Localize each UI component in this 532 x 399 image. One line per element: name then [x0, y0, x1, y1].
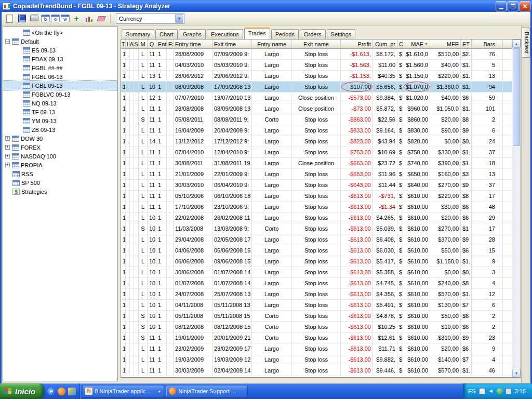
column-header-exit-time[interactable]: Exit time — [212, 39, 252, 48]
tab-executions[interactable]: Executions — [207, 29, 243, 39]
column-header-i[interactable]: I — [126, 39, 130, 48]
trade-row[interactable]: 1S11105/08/201108/08/2011 9:CortoStop lo… — [121, 114, 512, 125]
trade-row[interactable]: 1S10108/12/200808/12/2008 15CortoStop lo… — [121, 322, 512, 332]
currency-combobox[interactable]: Currency ▼ — [116, 13, 184, 24]
chevron-down-icon[interactable]: ▼ — [175, 14, 183, 23]
column-header-a[interactable]: A — [130, 39, 134, 48]
tab-trades[interactable]: Trades — [244, 28, 270, 39]
column-header-ex[interactable]: Ex — [167, 39, 174, 48]
trade-row[interactable]: 1L11130/03/200902/04/2009 14LargoStop lo… — [121, 365, 512, 376]
tree-item-fgbl-06-13[interactable]: FGBL 06-13 — [3, 72, 117, 81]
trade-row[interactable]: 1L10104/06/200805/06/2008 15LargoStop lo… — [121, 245, 512, 256]
tab-summary[interactable]: Summary — [122, 29, 154, 39]
vertical-scrollbar[interactable]: ▲ ▼ — [512, 39, 521, 377]
expand-icon[interactable]: + — [5, 163, 10, 167]
new-document-icon[interactable] — [4, 13, 15, 24]
collapse-icon[interactable]: − — [5, 39, 10, 44]
tree-item-zb-09-13[interactable]: ZB 09-13 — [3, 125, 117, 134]
trade-row[interactable]: 1L11117/10/200623/10/2006 9:LargoStop lo… — [121, 202, 512, 212]
erase-icon[interactable] — [96, 13, 107, 24]
column-header-et[interactable]: ET — [461, 39, 472, 48]
trade-row[interactable]: 1L11123/02/200923/02/2009 17LargoStop lo… — [121, 343, 512, 354]
trade-row[interactable]: 1L11107/04/201012/04/2010 9:LargoStop lo… — [121, 147, 512, 158]
trade-row[interactable]: 1L11121/01/200922/01/2009 9:LargoStop lo… — [121, 169, 512, 180]
period-o-button[interactable]: o — [51, 15, 60, 22]
trade-row[interactable]: 1L10104/11/200805/11/2008 13LargoStop lo… — [121, 300, 512, 311]
firefox-icon[interactable] — [58, 388, 65, 395]
save-icon[interactable] — [16, 13, 28, 24]
period-w-button[interactable]: w — [61, 15, 70, 22]
trade-row[interactable]: 1L10106/06/200809/06/2008 15LargoStop lo… — [121, 256, 512, 267]
trade-row[interactable]: 1L11119/03/200919/03/2009 12LargoStop lo… — [121, 354, 512, 365]
tab-orders[interactable]: Orders — [300, 29, 326, 39]
tree-item-strategies[interactable]: Strategies — [3, 187, 117, 196]
trade-row[interactable]: 1L10129/04/200802/05/2008 17LargoStop lo… — [121, 234, 512, 245]
trade-row[interactable]: 1L11104/03/201005/03/2010 9:LargoStop lo… — [121, 60, 512, 71]
chart-bars-icon[interactable] — [83, 13, 95, 24]
column-header-profit[interactable]: Profit — [341, 39, 373, 48]
tree-item-on-the-fly[interactable]: <On the fly> — [3, 28, 117, 37]
print-icon[interactable] — [29, 13, 40, 24]
tree-item-dow-30[interactable]: +DOW 30 — [3, 134, 117, 143]
tree-item-default[interactable]: −Default — [3, 37, 117, 46]
trade-row[interactable]: 1S10111/03/200813/03/2008 9:CortoStop lo… — [121, 223, 512, 234]
ie-icon[interactable] — [47, 388, 55, 395]
tree-item-fdax-09-13[interactable]: FDAX 09-13 — [3, 55, 117, 63]
explorer-icon[interactable] — [68, 388, 76, 395]
trade-row[interactable]: 1L10122/02/200826/02/2008 11LargoStop lo… — [121, 212, 512, 223]
column-header-cum-pr[interactable]: Cum. pr — [373, 39, 397, 48]
column-header-ent[interactable]: Ent — [156, 39, 167, 48]
tab-chart[interactable]: Chart — [155, 29, 178, 39]
column-header-c[interactable]: C — [397, 39, 403, 48]
trade-row[interactable]: 1L10108/09/200817/09/2008 13LargoStop lo… — [121, 82, 512, 92]
column-header-s[interactable]: S — [134, 39, 139, 48]
column-header-entry-time[interactable]: Entry time — [174, 39, 212, 48]
add-plus-button[interactable]: + — [71, 13, 82, 24]
trade-row[interactable]: 1L10101/07/200801/07/2008 14LargoStop lo… — [121, 278, 512, 289]
trade-row[interactable]: 1L14113/12/201217/12/2012 9:LargoStop lo… — [121, 136, 512, 147]
trade-row[interactable]: 1L11130/03/201006/04/2010 9:LargoStop lo… — [121, 180, 512, 191]
trade-row[interactable]: 1L11128/08/200808/09/2008 13LargoClose p… — [121, 103, 512, 114]
tree-item-nq-09-13[interactable]: NQ 09-13 — [3, 99, 117, 108]
backtest-tab[interactable]: Backtest — [522, 28, 530, 58]
tree-item-forex[interactable]: +FOREX — [3, 143, 117, 152]
scrollbar-thumb[interactable] — [513, 48, 520, 146]
tree-item-ym-09-13[interactable]: YM 09-13 — [3, 116, 117, 125]
scroll-up-icon[interactable]: ▲ — [512, 39, 521, 48]
tree-item-fgblvc-09-13[interactable]: FGBLVC 09-13 — [3, 90, 117, 99]
tree-item-fgbl[interactable]: FGBL ##-## — [3, 63, 117, 72]
minimize-button[interactable] — [496, 1, 507, 11]
tree-item-sp-500[interactable]: SP 500 — [3, 178, 117, 187]
trade-row[interactable]: 1L11105/10/200606/10/2006 18LargoStop lo… — [121, 191, 512, 202]
column-header-exit-name[interactable]: Exit name — [292, 39, 341, 48]
trade-row[interactable]: 1L11128/08/200907/09/2009 9:LargoStop lo… — [121, 49, 512, 60]
close-button[interactable]: × — [520, 1, 530, 11]
keyboard-icon[interactable] — [479, 388, 485, 394]
column-header-bars[interactable]: Bars — [472, 39, 503, 48]
expand-icon[interactable]: + — [5, 145, 10, 150]
hide-chevron-icon[interactable] — [488, 388, 494, 394]
expand-icon[interactable]: + — [5, 154, 10, 158]
column-header-m[interactable]: M — [139, 39, 148, 48]
column-header-entry-name[interactable]: Entry name — [252, 39, 292, 48]
shield-icon[interactable] — [497, 388, 503, 394]
trade-row[interactable]: 1L10130/06/200801/07/2008 14LargoStop lo… — [121, 267, 512, 278]
tree-item-es-09-13[interactable]: ES 09-13 — [3, 46, 117, 55]
trade-row[interactable]: 1L12107/07/201013/07/2010 13LargoClose p… — [121, 92, 512, 103]
monitor-icon[interactable] — [506, 388, 512, 394]
period-b-button[interactable]: b — [41, 15, 50, 22]
expand-icon[interactable]: + — [5, 136, 10, 141]
column-header-mfe[interactable]: MFE — [430, 39, 461, 48]
trade-row[interactable]: 1L11130/08/201131/08/2011 19LargoClose p… — [121, 158, 512, 169]
tree-item-propia[interactable]: +PROPIA — [3, 161, 117, 169]
trade-row[interactable]: 1S11119/01/200920/01/2009 21CortoStop lo… — [121, 332, 512, 343]
taskbar-button[interactable]: 8 NinjaTrader applic...▼ — [82, 385, 164, 397]
column-header-q[interactable]: Q — [148, 39, 156, 48]
taskbar-button[interactable]: NinjaTrader Support ... — [166, 385, 248, 397]
tab-settings[interactable]: Settings — [327, 29, 356, 39]
trade-row[interactable]: 1L10124/07/200825/07/2008 13LargoStop lo… — [121, 289, 512, 300]
column-header-mae[interactable]: MAE▼ — [403, 39, 430, 48]
trade-row[interactable]: 1S10105/11/200805/11/2008 15CortoStop lo… — [121, 311, 512, 322]
trade-row[interactable]: 1L13128/06/201229/06/2012 9:LargoStop lo… — [121, 71, 512, 82]
tab-periods[interactable]: Periods — [271, 29, 299, 39]
